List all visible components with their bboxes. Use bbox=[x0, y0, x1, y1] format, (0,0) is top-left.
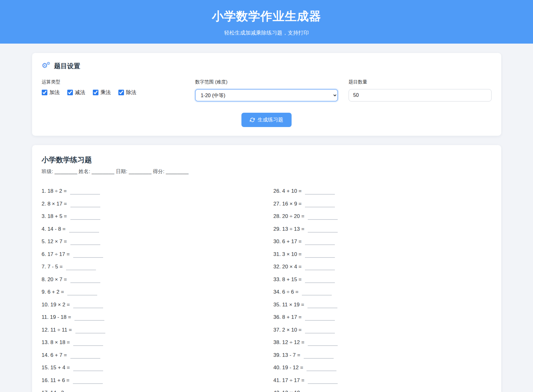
problem-row: 32. 20 × 4 = bbox=[274, 264, 492, 276]
problem-text: 8. 20 × 7 = bbox=[42, 276, 67, 282]
answer-blank bbox=[308, 391, 338, 392]
problem-row: 16. 11 + 6 = bbox=[42, 377, 260, 390]
problem-text: 1. 18 ÷ 2 = bbox=[42, 188, 67, 194]
problem-row: 9. 6 + 2 = bbox=[42, 289, 260, 302]
problem-text: 29. 13 ÷ 13 = bbox=[274, 226, 305, 232]
settings-form-row: 运算类型 加法 减法 乘法 bbox=[42, 79, 492, 102]
checkbox-addition[interactable] bbox=[42, 90, 47, 95]
checkbox-item-addition[interactable]: 加法 bbox=[42, 89, 60, 96]
problem-row: 8. 20 × 7 = bbox=[42, 276, 260, 289]
answer-blank bbox=[307, 303, 337, 308]
problems-grid: 1. 18 ÷ 2 =2. 8 × 17 =3. 18 + 5 =4. 14 -… bbox=[42, 188, 492, 392]
problem-row: 17. 14 - 3 = bbox=[42, 390, 260, 392]
answer-blank bbox=[305, 239, 335, 245]
answer-blank bbox=[305, 252, 335, 258]
problem-row: 1. 18 ÷ 2 = bbox=[42, 188, 260, 201]
answer-blank bbox=[74, 315, 104, 321]
answer-blank bbox=[305, 189, 335, 195]
settings-heading-label: 题目设置 bbox=[54, 62, 80, 70]
problem-row: 42. 12 × 19 = bbox=[274, 390, 492, 392]
app-title: 小学数学作业生成器 bbox=[0, 8, 533, 24]
problem-row: 12. 11 ÷ 11 = bbox=[42, 327, 260, 340]
worksheet-card: 小学数学练习题 班级: ________ 姓名: ________ 日期: __… bbox=[32, 145, 501, 392]
problem-text: 34. 6 ÷ 6 = bbox=[274, 289, 299, 295]
problem-row: 39. 13 - 7 = bbox=[274, 352, 492, 365]
problem-text: 30. 6 + 17 = bbox=[274, 239, 302, 244]
app-subtitle: 轻松生成加减乘除练习题，支持打印 bbox=[0, 29, 533, 36]
answer-blank bbox=[305, 265, 335, 270]
problem-text: 27. 16 × 9 = bbox=[274, 201, 302, 207]
problem-text: 11. 19 - 18 = bbox=[42, 314, 71, 320]
answer-blank bbox=[70, 202, 100, 207]
problem-row: 26. 4 + 10 = bbox=[274, 188, 492, 201]
problem-row: 6. 17 ÷ 17 = bbox=[42, 251, 260, 264]
checkbox-multiplication[interactable] bbox=[93, 90, 98, 95]
problem-text: 9. 6 + 2 = bbox=[42, 289, 64, 295]
problem-row: 40. 19 - 12 = bbox=[274, 365, 492, 377]
checkbox-subtraction[interactable] bbox=[67, 90, 73, 95]
problem-row: 4. 14 - 8 = bbox=[42, 226, 260, 239]
problem-text: 26. 4 + 10 = bbox=[274, 188, 302, 194]
problem-row: 11. 19 - 18 = bbox=[42, 314, 260, 327]
answer-blank bbox=[73, 303, 103, 308]
problem-text: 39. 13 - 7 = bbox=[274, 352, 300, 358]
answer-blank bbox=[305, 328, 335, 333]
problem-row: 41. 17 ÷ 17 = bbox=[274, 377, 492, 390]
problem-text: 38. 12 ÷ 12 = bbox=[274, 339, 305, 345]
problem-row: 15. 15 + 4 = bbox=[42, 365, 260, 377]
answer-blank bbox=[308, 378, 338, 384]
answer-blank bbox=[73, 252, 103, 258]
problem-text: 13. 8 × 18 = bbox=[42, 339, 70, 345]
checkbox-label-subtraction: 减法 bbox=[75, 89, 85, 96]
problem-text: 14. 6 + 7 = bbox=[42, 352, 67, 358]
operation-checkbox-row: 加法 减法 乘法 除法 bbox=[42, 89, 185, 96]
problem-text: 16. 11 + 6 = bbox=[42, 377, 69, 383]
problem-row: 2. 8 × 17 = bbox=[42, 201, 260, 214]
answer-blank bbox=[73, 366, 103, 371]
problem-row: 38. 12 ÷ 12 = bbox=[274, 339, 492, 352]
problems-column-right: 26. 4 + 10 =27. 16 × 9 =28. 20 ÷ 20 =29.… bbox=[274, 188, 492, 392]
answer-blank bbox=[73, 340, 103, 346]
checkbox-item-subtraction[interactable]: 减法 bbox=[67, 89, 85, 96]
problem-text: 35. 11 × 19 = bbox=[274, 302, 304, 308]
answer-blank bbox=[70, 214, 100, 220]
problem-text: 17. 14 - 3 = bbox=[42, 390, 69, 392]
problem-text: 2. 8 × 17 = bbox=[42, 201, 67, 207]
problem-row: 30. 6 + 17 = bbox=[274, 239, 492, 251]
number-range-label: 数字范围 (难度) bbox=[195, 79, 338, 85]
answer-blank bbox=[305, 315, 335, 321]
problem-row: 35. 11 × 19 = bbox=[274, 302, 492, 314]
answer-blank bbox=[75, 328, 105, 333]
problem-text: 36. 8 + 17 = bbox=[274, 314, 302, 320]
problem-row: 10. 19 × 2 = bbox=[42, 302, 260, 314]
number-range-group: 数字范围 (难度) 1-20 (中等) bbox=[195, 79, 338, 102]
count-input[interactable] bbox=[349, 89, 492, 102]
checkbox-item-multiplication[interactable]: 乘法 bbox=[93, 89, 111, 96]
problem-text: 41. 17 ÷ 17 = bbox=[274, 377, 305, 383]
answer-blank bbox=[70, 189, 100, 195]
worksheet-info-line: 班级: ________ 姓名: ________ 日期: ________ 得… bbox=[42, 168, 492, 175]
problem-text: 3. 18 + 5 = bbox=[42, 213, 67, 219]
range-select[interactable]: 1-20 (中等) bbox=[195, 89, 338, 102]
answer-blank bbox=[308, 227, 338, 233]
checkbox-label-multiplication: 乘法 bbox=[101, 89, 111, 96]
refresh-icon bbox=[250, 117, 255, 122]
generate-button-label: 生成练习题 bbox=[258, 116, 283, 123]
checkbox-division[interactable] bbox=[118, 90, 124, 95]
answer-blank bbox=[302, 290, 332, 295]
answer-blank bbox=[70, 353, 100, 359]
problem-text: 5. 12 × 7 = bbox=[42, 239, 67, 244]
checkbox-item-division[interactable]: 除法 bbox=[118, 89, 136, 96]
settings-heading: ⚙ ⚙ 题目设置 bbox=[42, 62, 492, 70]
answer-blank bbox=[70, 239, 100, 245]
checkbox-label-division: 除法 bbox=[126, 89, 136, 96]
problem-text: 40. 19 - 12 = bbox=[274, 365, 303, 371]
problem-row: 36. 8 + 17 = bbox=[274, 314, 492, 327]
problem-row: 5. 12 × 7 = bbox=[42, 239, 260, 251]
problem-text: 10. 19 × 2 = bbox=[42, 302, 70, 308]
answer-blank bbox=[69, 227, 99, 233]
problem-text: 15. 15 + 4 = bbox=[42, 365, 70, 371]
generate-button[interactable]: 生成练习题 bbox=[241, 113, 292, 127]
problem-row: 3. 18 + 5 = bbox=[42, 213, 260, 226]
gears-icon: ⚙ ⚙ bbox=[42, 62, 51, 70]
